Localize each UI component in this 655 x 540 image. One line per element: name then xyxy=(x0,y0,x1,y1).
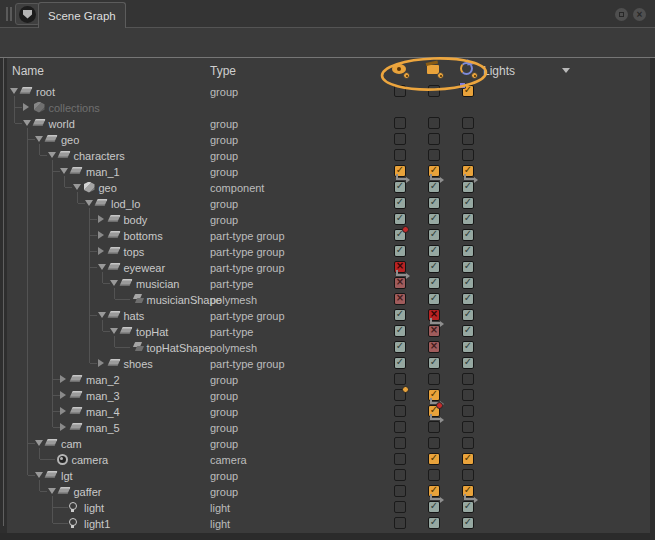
tree-row-light1[interactable]: light1light✓✓ xyxy=(0,515,655,531)
render-working-set-checkbox[interactable]: ✓ xyxy=(428,485,440,497)
live-render-working-set-icon[interactable] xyxy=(459,61,477,78)
render-working-set-checkbox[interactable]: ✓ xyxy=(428,357,440,369)
viewer-visibility-checkbox[interactable] xyxy=(394,517,406,529)
render-working-set-checkbox[interactable]: ✓ xyxy=(428,181,440,193)
live-render-working-set-checkbox[interactable]: ✓ xyxy=(462,245,474,257)
viewer-visibility-checkbox[interactable] xyxy=(394,421,406,433)
live-render-working-set-checkbox[interactable] xyxy=(462,373,474,385)
expand-arrow[interactable] xyxy=(23,103,29,111)
expand-arrow[interactable] xyxy=(85,200,93,206)
viewer-visibility-checkbox[interactable] xyxy=(394,389,406,401)
live-render-working-set-checkbox[interactable] xyxy=(462,117,474,129)
tree-row-bottoms[interactable]: bottomspart-type group✓✓✓ xyxy=(0,227,655,243)
viewer-visibility-checkbox[interactable]: ✓ xyxy=(394,341,406,353)
render-working-set-checkbox[interactable]: ✓ xyxy=(428,165,440,177)
render-working-set-checkbox[interactable]: ✓ xyxy=(428,197,440,209)
viewer-visibility-checkbox[interactable]: ✓ xyxy=(394,197,406,209)
viewer-visibility-checkbox[interactable]: ✓ xyxy=(394,309,406,321)
render-working-set-checkbox[interactable] xyxy=(428,133,440,145)
pane-grip[interactable] xyxy=(6,7,12,21)
render-working-set-checkbox[interactable]: ✓ xyxy=(428,213,440,225)
tree-row-man_4[interactable]: man_4group✓ xyxy=(0,403,655,419)
render-working-set-checkbox[interactable] xyxy=(428,421,440,433)
expand-arrow[interactable] xyxy=(98,359,104,367)
tree-row-gaffer[interactable]: gaffergroup✓✓ xyxy=(0,483,655,499)
viewer-visibility-checkbox[interactable] xyxy=(394,469,406,481)
live-render-working-set-checkbox[interactable]: ✓ xyxy=(462,197,474,209)
expand-arrow[interactable] xyxy=(23,120,31,126)
expand-arrow[interactable] xyxy=(10,88,18,94)
expand-arrow[interactable] xyxy=(60,407,66,415)
viewer-visibility-checkbox[interactable] xyxy=(394,485,406,497)
expand-arrow[interactable] xyxy=(35,136,43,142)
live-render-working-set-checkbox[interactable]: ✓ xyxy=(462,453,474,465)
viewer-visibility-checkbox[interactable]: ✓ xyxy=(394,325,406,337)
tree-row-musicianShape[interactable]: musicianShapepolymesh×✓✓ xyxy=(0,291,655,307)
live-render-working-set-checkbox[interactable]: ✓ xyxy=(462,293,474,305)
tree-row-shoes[interactable]: shoespart-type group✓✓✓ xyxy=(0,355,655,371)
live-render-working-set-checkbox[interactable]: ✓ xyxy=(462,309,474,321)
tree-row-eyewear[interactable]: eyewearpart-type group×✓✓ xyxy=(0,259,655,275)
tree-row-world[interactable]: worldgroup xyxy=(0,115,655,131)
viewer-visibility-checkbox[interactable]: ✓ xyxy=(394,165,406,177)
live-render-working-set-checkbox[interactable]: ✓ xyxy=(462,357,474,369)
tree-row-collections[interactable]: collections xyxy=(0,99,655,115)
expand-arrow[interactable] xyxy=(35,472,43,478)
live-render-working-set-checkbox[interactable] xyxy=(462,421,474,433)
expand-arrow[interactable] xyxy=(98,215,104,223)
viewer-visibility-checkbox[interactable] xyxy=(394,405,406,417)
live-render-working-set-checkbox[interactable]: ✓ xyxy=(462,277,474,289)
live-render-working-set-checkbox[interactable]: ✓ xyxy=(462,517,474,529)
viewer-visibility-checkbox[interactable] xyxy=(394,85,406,97)
live-render-working-set-checkbox[interactable] xyxy=(462,437,474,449)
tree-row-characters[interactable]: charactersgroup xyxy=(0,147,655,163)
live-render-working-set-checkbox[interactable]: ✓ xyxy=(462,485,474,497)
render-working-set-checkbox[interactable] xyxy=(428,437,440,449)
render-working-set-checkbox[interactable]: ✓ xyxy=(428,405,440,417)
render-working-set-checkbox[interactable]: ✓ xyxy=(428,277,440,289)
expand-arrow[interactable] xyxy=(60,168,68,174)
tree-row-geo[interactable]: geogroup xyxy=(0,131,655,147)
left-scrollbar[interactable] xyxy=(0,58,7,540)
expand-arrow[interactable] xyxy=(98,247,104,255)
expand-arrow[interactable] xyxy=(48,488,56,494)
tree-row-body[interactable]: bodygroup✓✓✓ xyxy=(0,211,655,227)
viewer-visibility-checkbox[interactable] xyxy=(394,373,406,385)
render-working-set-icon[interactable] xyxy=(425,61,443,78)
expand-arrow[interactable] xyxy=(98,231,104,239)
viewer-visibility-checkbox[interactable]: × xyxy=(394,261,406,273)
viewer-visibility-icon[interactable] xyxy=(391,61,409,78)
render-working-set-checkbox[interactable]: ✓ xyxy=(428,517,440,529)
tree-row-lgt[interactable]: lgtgroup xyxy=(0,467,655,483)
render-working-set-checkbox[interactable]: ✓ xyxy=(428,501,440,513)
tree-row-topHat[interactable]: topHatpart-type✓×✓ xyxy=(0,323,655,339)
render-working-set-checkbox[interactable]: × xyxy=(428,325,440,337)
tree-row-hats[interactable]: hatspart-type group✓×✓ xyxy=(0,307,655,323)
render-working-set-checkbox[interactable] xyxy=(428,373,440,385)
render-working-set-checkbox[interactable]: ✓ xyxy=(428,261,440,273)
tree-row-camera[interactable]: cameracamera✓✓ xyxy=(0,451,655,467)
live-render-working-set-checkbox[interactable]: ✓ xyxy=(462,341,474,353)
viewer-visibility-checkbox[interactable]: ✓ xyxy=(394,245,406,257)
viewer-visibility-checkbox[interactable] xyxy=(394,117,406,129)
live-render-working-set-checkbox[interactable]: ✓ xyxy=(462,165,474,177)
expand-arrow[interactable] xyxy=(110,328,118,334)
tree-row-man_1[interactable]: man_1group✓✓✓ xyxy=(0,163,655,179)
live-render-working-set-checkbox[interactable] xyxy=(462,133,474,145)
render-working-set-checkbox[interactable] xyxy=(428,85,440,97)
viewer-visibility-checkbox[interactable]: ✓ xyxy=(394,229,406,241)
expand-arrow[interactable] xyxy=(73,184,81,190)
viewer-visibility-checkbox[interactable]: × xyxy=(394,293,406,305)
render-working-set-checkbox[interactable] xyxy=(428,117,440,129)
tree-row-tops[interactable]: topspart-type group✓✓✓ xyxy=(0,243,655,259)
pane-type-button[interactable] xyxy=(15,3,40,25)
tree-row-lod_lo[interactable]: lod_logroup✓✓✓ xyxy=(0,195,655,211)
viewer-visibility-checkbox[interactable]: × xyxy=(394,277,406,289)
render-working-set-checkbox[interactable]: ✓ xyxy=(428,389,440,401)
viewer-visibility-checkbox[interactable]: ✓ xyxy=(394,181,406,193)
live-render-working-set-checkbox[interactable] xyxy=(462,405,474,417)
render-working-set-checkbox[interactable]: ✓ xyxy=(428,293,440,305)
expand-arrow[interactable] xyxy=(48,152,56,158)
expand-arrow[interactable] xyxy=(35,440,43,446)
chevron-down-icon[interactable] xyxy=(562,68,570,73)
